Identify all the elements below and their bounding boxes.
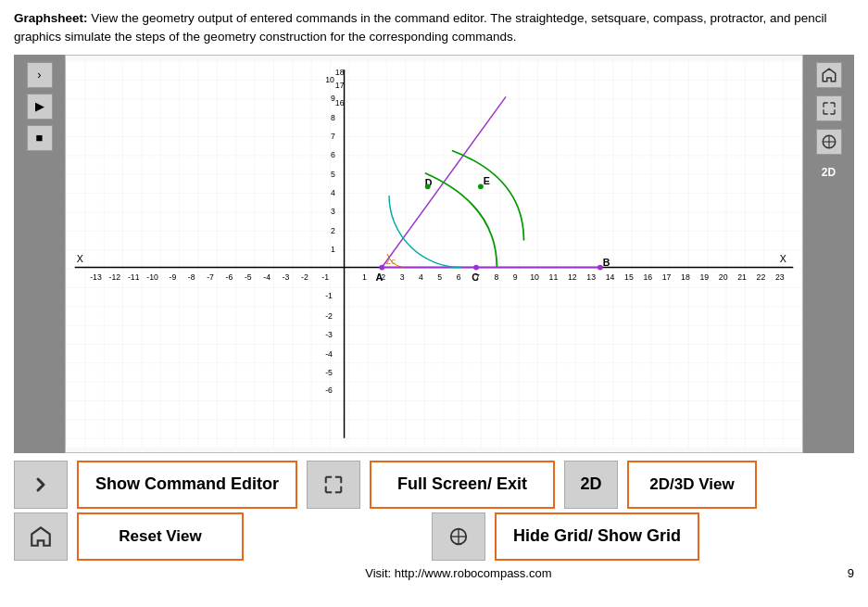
stop-button[interactable]: ■ (27, 125, 53, 151)
svg-text:-8: -8 (188, 272, 195, 282)
svg-text:-5: -5 (325, 367, 333, 376)
svg-text:-1: -1 (325, 291, 333, 300)
svg-text:5: 5 (331, 169, 335, 178)
svg-text:19: 19 (699, 272, 709, 282)
grid-icon-button[interactable] (432, 512, 485, 561)
svg-text:B: B (603, 256, 610, 267)
svg-text:-10: -10 (146, 272, 158, 282)
svg-text:17: 17 (335, 80, 345, 89)
svg-text:16: 16 (335, 98, 345, 107)
svg-text:1: 1 (362, 272, 367, 282)
svg-text:-3: -3 (325, 330, 333, 339)
svg-text:-11: -11 (128, 272, 140, 282)
svg-text:12: 12 (568, 272, 577, 282)
svg-text:4: 4 (419, 272, 423, 282)
svg-text:3: 3 (331, 207, 335, 216)
svg-text:13: 13 (586, 272, 596, 282)
svg-text:-1: -1 (321, 272, 329, 282)
home-control-button[interactable] (14, 512, 68, 561)
svg-text:A: A (375, 272, 383, 283)
svg-text:22: 22 (757, 272, 766, 282)
svg-text:C: C (472, 272, 479, 283)
svg-point-73 (425, 183, 431, 189)
description-body: View the geometry output of entered comm… (14, 11, 826, 44)
svg-text:X: X (77, 252, 83, 263)
svg-text:4: 4 (331, 187, 335, 196)
svg-text:6: 6 (331, 150, 335, 159)
fullscreen-label-button[interactable]: Full Screen/ Exit (370, 461, 555, 509)
right-panel: 2D (803, 55, 854, 453)
svg-point-72 (473, 264, 479, 270)
grid-toggle-button[interactable]: Hide Grid/ Show Grid (495, 512, 699, 561)
svg-text:18: 18 (335, 68, 345, 77)
footer-link[interactable]: Visit: http://www.robocompass.com (69, 566, 848, 580)
svg-text:10: 10 (325, 74, 334, 83)
home-button-right[interactable] (816, 62, 842, 88)
svg-text:17: 17 (662, 272, 672, 282)
graph-svg: X X 1 2 3 4 5 6 7 8 9 10 11 12 13 14 15 … (66, 56, 802, 452)
svg-text:14: 14 (606, 272, 615, 282)
graphsheet-label: Graphsheet: (14, 11, 88, 25)
svg-text:X: X (780, 252, 786, 263)
svg-text:-9: -9 (169, 272, 176, 282)
svg-point-74 (478, 183, 484, 189)
2d-3d-view-button[interactable]: 2D/3D View (627, 461, 757, 509)
controls-row-1: Show Command Editor Full Screen/ Exit 2D… (14, 461, 854, 509)
controls-row-2: Reset View Hide Grid/ Show Grid (14, 512, 854, 561)
svg-point-70 (379, 264, 384, 270)
page-container: Graphsheet: View the geometry output of … (0, 0, 868, 607)
svg-text:1: 1 (331, 245, 335, 254)
svg-text:-6: -6 (325, 386, 333, 395)
svg-text:20: 20 (719, 272, 728, 282)
footer-row: Visit: http://www.robocompass.com 9 (14, 566, 854, 580)
compass-button-right[interactable] (816, 129, 842, 155)
svg-text:-3: -3 (283, 272, 290, 282)
svg-text:8: 8 (494, 272, 498, 282)
page-number: 9 (848, 566, 854, 580)
svg-text:6: 6 (457, 272, 461, 282)
graphsheet-area: › ▶ ■ (14, 55, 854, 453)
expand-button-right[interactable] (816, 95, 842, 121)
svg-text:-7: -7 (207, 272, 214, 282)
svg-text:23: 23 (775, 272, 785, 282)
svg-point-71 (598, 264, 603, 270)
svg-text:8: 8 (331, 112, 335, 121)
svg-text:18: 18 (681, 272, 690, 282)
svg-rect-2 (66, 60, 802, 447)
play-button[interactable]: ▶ (27, 94, 53, 120)
controls-area: Show Command Editor Full Screen/ Exit 2D… (14, 461, 854, 580)
svg-text:21: 21 (737, 272, 747, 282)
svg-text:-2: -2 (325, 310, 333, 320)
svg-text:-12: -12 (109, 272, 121, 282)
svg-text:2: 2 (331, 225, 335, 234)
svg-text:-13: -13 (90, 272, 102, 282)
view-mode-label-right: 2D (822, 166, 836, 179)
svg-text:16: 16 (643, 272, 652, 282)
svg-text:-4: -4 (325, 348, 333, 358)
svg-text:-4: -4 (263, 272, 270, 282)
svg-text:15: 15 (624, 272, 634, 282)
chevron-right-control-button[interactable] (14, 461, 68, 509)
2d-icon-button[interactable]: 2D (564, 461, 618, 509)
svg-text:∠C: ∠C (385, 258, 396, 264)
left-panel: › ▶ ■ (14, 55, 65, 453)
show-command-editor-button[interactable]: Show Command Editor (77, 461, 297, 509)
svg-text:-6: -6 (226, 272, 233, 282)
graph-canvas: X X 1 2 3 4 5 6 7 8 9 10 11 12 13 14 15 … (65, 55, 803, 453)
svg-text:9: 9 (513, 272, 518, 282)
svg-text:3: 3 (400, 272, 405, 282)
svg-text:E: E (484, 175, 490, 186)
svg-text:11: 11 (549, 272, 559, 282)
fullscreen-icon-button[interactable] (307, 461, 360, 509)
chevron-right-button[interactable]: › (27, 62, 53, 88)
svg-text:5: 5 (437, 272, 442, 282)
svg-text:10: 10 (530, 272, 539, 282)
svg-text:7: 7 (331, 131, 335, 140)
reset-view-button[interactable]: Reset View (77, 512, 244, 561)
svg-text:-2: -2 (301, 272, 308, 282)
svg-text:-5: -5 (245, 272, 252, 282)
description-text: Graphsheet: View the geometry output of … (14, 9, 854, 47)
